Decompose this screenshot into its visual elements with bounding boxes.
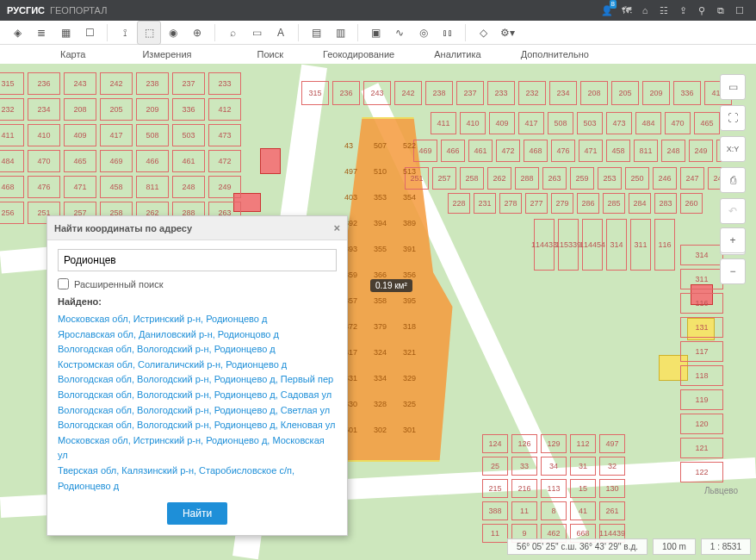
advanced-checkbox[interactable]: [58, 278, 69, 289]
parcel: 311: [680, 269, 723, 289]
parcel: 119: [680, 389, 723, 410]
layers-btn[interactable]: ◈: [5, 21, 29, 45]
home-icon[interactable]: ⌂: [635, 1, 654, 20]
geocode2-btn[interactable]: ▥: [328, 21, 352, 45]
parcel: 261: [599, 501, 625, 520]
result-link[interactable]: Ярославская обл, Даниловский р-н, Родион…: [58, 327, 337, 343]
parcel: 411: [0, 124, 24, 146]
result-link[interactable]: Костромская обл, Солигаличский р-н, Роди…: [58, 358, 337, 373]
device-icon[interactable]: ☐: [730, 1, 749, 20]
area-btn[interactable]: ⬚: [137, 21, 161, 45]
parcel: 277: [525, 193, 548, 214]
parcel: 476: [28, 176, 60, 198]
result-link[interactable]: Вологодская обл, Вологодский р-н, Родион…: [58, 418, 337, 433]
search-text-btn[interactable]: A: [269, 21, 293, 45]
db-icon[interactable]: ☷: [654, 1, 673, 20]
result-link[interactable]: Вологодская обл, Вологодский р-н, Родион…: [58, 372, 337, 388]
ruler-btn[interactable]: ⟟: [113, 21, 137, 45]
circle-btn[interactable]: ◉: [161, 21, 185, 45]
parcel: 232: [0, 98, 24, 121]
print-btn[interactable]: ⎙: [720, 167, 746, 193]
panel-title: Найти координаты по адресу: [54, 223, 192, 233]
parcel: 472: [496, 140, 520, 162]
parcel-number: 358: [374, 296, 387, 305]
parcel: 237: [172, 72, 205, 95]
close-icon[interactable]: ×: [333, 221, 340, 234]
result-link[interactable]: Московская обл, Истринский р-н, Родионце…: [58, 433, 337, 464]
copy-icon[interactable]: ⧉: [711, 1, 730, 20]
zoom-in-btn[interactable]: +: [720, 227, 746, 253]
parcel-number: 301: [403, 426, 416, 434]
parcel: 249: [208, 176, 241, 198]
parcel: 249: [689, 140, 713, 162]
parcel: 114454: [582, 219, 603, 271]
parcel: 126: [511, 434, 537, 453]
parcel: 32: [599, 457, 625, 476]
parcel: 469: [413, 140, 437, 162]
search-point-btn[interactable]: ⌕: [220, 21, 245, 45]
attach-icon[interactable]: ⚲: [692, 1, 711, 20]
menu-analytics[interactable]: Аналитика: [408, 49, 494, 59]
parcel: 410: [460, 112, 486, 134]
parcel: 476: [551, 140, 575, 162]
result-link[interactable]: Тверская обл, Калязинский р-н, Старобисл…: [58, 464, 337, 494]
extra1-btn[interactable]: ◇: [471, 21, 495, 45]
catalog-btn[interactable]: ☐: [77, 21, 102, 45]
menu-measure[interactable]: Измерения: [99, 49, 205, 59]
parcel: 465: [694, 112, 720, 134]
parcel: 242: [100, 72, 133, 95]
parcel: 233: [208, 72, 241, 95]
list-btn[interactable]: ≣: [29, 21, 53, 45]
parcel: 410: [28, 124, 60, 146]
parcel: 468: [0, 176, 24, 198]
parcel: 497: [599, 434, 625, 453]
result-link[interactable]: Вологодская обл, Вологодский р-н, Родион…: [58, 403, 337, 419]
label-lyv: Львцево: [704, 486, 738, 495]
result-link[interactable]: Вологодская обл, Вологодский р-н, Родион…: [58, 388, 337, 403]
extra2-btn[interactable]: ⚙▾: [495, 21, 519, 45]
parcel-number: 325: [403, 400, 416, 408]
parcel-number: 379: [374, 322, 387, 331]
menu-map[interactable]: Карта: [0, 49, 99, 59]
address-input[interactable]: [58, 249, 337, 271]
menu-geocode[interactable]: Геокодирование: [297, 49, 408, 59]
find-button[interactable]: Найти: [167, 502, 227, 525]
parcel: 279: [551, 193, 573, 214]
target-btn[interactable]: ⊕: [185, 21, 209, 45]
parcel-number: 354: [403, 193, 416, 202]
chart-btn[interactable]: ⫾⫾: [436, 21, 460, 45]
identify-btn[interactable]: ▭: [720, 74, 746, 100]
grid-btn[interactable]: ▦: [53, 21, 77, 45]
zoom-out-btn[interactable]: −: [720, 258, 746, 284]
parcel: 461: [172, 150, 205, 172]
parcel: 503: [577, 112, 603, 134]
an1-btn[interactable]: ▣: [363, 21, 387, 45]
parcel: 205: [611, 81, 639, 105]
menu-search[interactable]: Поиск: [205, 49, 296, 59]
an2-btn[interactable]: ∿: [387, 21, 412, 45]
geocode-btn[interactable]: ▤: [304, 21, 328, 45]
parcel: 228: [448, 193, 470, 214]
menu-extra[interactable]: Дополнительно: [495, 49, 603, 59]
panel-header[interactable]: Найти координаты по адресу ×: [47, 216, 347, 240]
parcel-number: 513: [403, 167, 416, 176]
parcel: 116: [680, 293, 723, 314]
an3-btn[interactable]: ◎: [412, 21, 436, 45]
map-icon[interactable]: 🗺: [617, 1, 635, 20]
parcel: 258: [460, 167, 484, 190]
xy-btn[interactable]: X:Y: [720, 136, 746, 162]
user-icon[interactable]: 👤8: [598, 1, 617, 20]
share-icon[interactable]: ⇪: [673, 1, 692, 20]
status-bar: 56° 05' 25'' с.ш. 36° 43' 29'' в.д. 100 …: [507, 538, 751, 555]
result-link[interactable]: Вологодская обл, Вологодский р-н, Родион…: [58, 342, 337, 358]
parcel-number: 43: [344, 141, 353, 150]
parcel: 41: [570, 501, 596, 520]
fullextent-btn[interactable]: ⛶: [720, 105, 746, 131]
parcel: 508: [548, 112, 573, 134]
parcel: 315: [301, 81, 329, 105]
result-link[interactable]: Московская обл, Истринский р-н, Родионце…: [58, 312, 337, 327]
search-rect-btn[interactable]: ▭: [245, 21, 269, 45]
advanced-search-toggle[interactable]: Расширенный поиск: [58, 278, 337, 289]
results-list: Московская обл, Истринский р-н, Родионце…: [58, 312, 337, 494]
top-bar: РУСГИС ГЕОПОРТАЛ 👤8 🗺 ⌂ ☷ ⇪ ⚲ ⧉ ☐: [0, 0, 756, 21]
